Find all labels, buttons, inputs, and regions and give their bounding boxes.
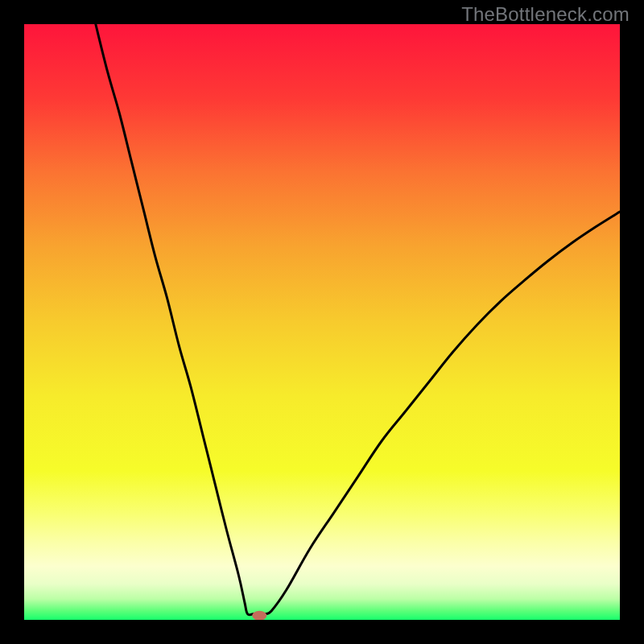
chart-container: TheBottleneck.com — [0, 0, 644, 644]
watermark-text: TheBottleneck.com — [461, 3, 630, 26]
chart-plot — [24, 24, 620, 620]
